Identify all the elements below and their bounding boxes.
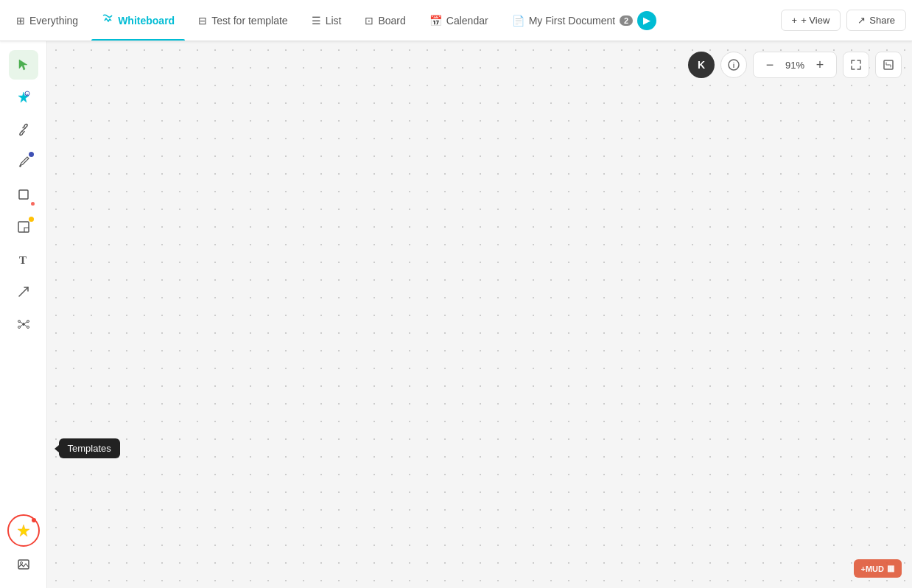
- svg-line-12: [20, 322, 22, 323]
- zoom-controls: − 91% +: [753, 52, 837, 78]
- tab-bar: ⊞ Everything Whiteboard ⊟ Test for templ…: [0, 0, 912, 41]
- user-avatar[interactable]: K: [688, 52, 715, 78]
- svg-line-2: [22, 128, 25, 131]
- share-button[interactable]: ↗ Share: [846, 10, 906, 31]
- tab-test-template-label: Test for template: [211, 15, 288, 27]
- svg-text:i: i: [733, 62, 735, 69]
- watermark: +MUD ▦: [854, 559, 902, 578]
- text-tool[interactable]: T: [9, 245, 38, 274]
- svg-text:+: +: [26, 92, 29, 97]
- tab-whiteboard-label: Whiteboard: [118, 15, 175, 27]
- svg-line-13: [25, 322, 27, 323]
- test-template-icon: ⊟: [198, 15, 207, 27]
- watermark-sub: ▦: [887, 564, 894, 573]
- svg-point-17: [20, 562, 22, 564]
- templates-tool[interactable]: [7, 514, 40, 547]
- pen-tool[interactable]: [9, 147, 38, 177]
- list-icon: ☰: [312, 15, 321, 27]
- svg-point-9: [27, 321, 29, 323]
- zoom-fullscreen-button[interactable]: [875, 52, 902, 78]
- tab-board-label: Board: [378, 15, 405, 27]
- canvas-area[interactable]: K i − 91% +: [47, 41, 912, 588]
- zoom-out-button[interactable]: −: [761, 56, 779, 74]
- svg-text:T: T: [19, 254, 27, 266]
- share-icon: ↗: [857, 15, 866, 26]
- tab-whiteboard[interactable]: Whiteboard: [91, 0, 185, 41]
- board-icon: ⊡: [365, 15, 373, 27]
- add-element-tool[interactable]: +: [9, 83, 38, 112]
- arrow-tool[interactable]: [9, 277, 38, 307]
- watermark-text: +MUD: [861, 564, 884, 573]
- doc-badge: 2: [620, 15, 633, 26]
- templates-tool-wrapper: Templates: [7, 514, 40, 547]
- shape-tool[interactable]: [9, 180, 38, 209]
- image-tool[interactable]: [9, 550, 38, 579]
- zoom-minus-label: −: [766, 57, 774, 73]
- tab-bar-right: + + View ↗ Share: [781, 10, 906, 31]
- tab-my-first-doc[interactable]: 📄 My First Document 2 ▶: [502, 0, 667, 41]
- svg-rect-16: [18, 560, 29, 569]
- select-tool[interactable]: [9, 50, 38, 80]
- zoom-in-button[interactable]: +: [811, 56, 829, 74]
- svg-point-8: [18, 321, 20, 323]
- zoom-value: 91%: [782, 60, 808, 71]
- tab-calendar-label: Calendar: [446, 15, 488, 27]
- svg-point-7: [22, 323, 25, 326]
- tab-board[interactable]: ⊡ Board: [354, 0, 415, 41]
- tab-test-template[interactable]: ⊟ Test for template: [188, 0, 298, 41]
- share-label: Share: [869, 15, 895, 26]
- tab-everything[interactable]: ⊞ Everything: [6, 0, 88, 41]
- zoom-fit-button[interactable]: [843, 52, 869, 78]
- sticky-dot: [29, 217, 34, 222]
- main-area: +: [0, 41, 912, 588]
- canvas-controls: K i − 91% +: [688, 52, 902, 78]
- svg-line-6: [19, 287, 28, 296]
- mindmap-tool[interactable]: [9, 309, 38, 339]
- tab-my-first-doc-label: My First Document: [529, 15, 615, 27]
- svg-line-14: [20, 326, 22, 327]
- view-label: + View: [801, 15, 829, 26]
- calendar-icon: 📅: [429, 15, 442, 27]
- dot-grid: [47, 41, 912, 588]
- sticky-note-tool[interactable]: [9, 212, 38, 242]
- info-button[interactable]: i: [720, 52, 747, 78]
- svg-point-10: [18, 326, 20, 329]
- tab-list[interactable]: ☰ List: [301, 0, 352, 41]
- everything-icon: ⊞: [16, 15, 25, 27]
- svg-line-15: [25, 326, 27, 327]
- zoom-plus-label: +: [816, 57, 824, 73]
- doc-icon: 📄: [512, 15, 525, 27]
- tab-calendar[interactable]: 📅 Calendar: [419, 0, 499, 41]
- view-icon: +: [792, 15, 798, 26]
- doc-arrow-btn[interactable]: ▶: [637, 11, 656, 30]
- pen-dot: [29, 152, 34, 157]
- view-button[interactable]: + + View: [781, 10, 841, 31]
- whiteboard-icon: [102, 13, 113, 27]
- templates-red-dot: [32, 518, 36, 522]
- svg-point-11: [27, 326, 29, 329]
- link-tool[interactable]: [9, 115, 38, 144]
- shape-dot: [31, 202, 35, 206]
- svg-rect-3: [19, 190, 28, 199]
- tab-list-label: List: [326, 15, 342, 27]
- svg-rect-4: [18, 222, 29, 232]
- tab-everything-label: Everything: [29, 15, 78, 27]
- left-toolbar: +: [0, 41, 47, 588]
